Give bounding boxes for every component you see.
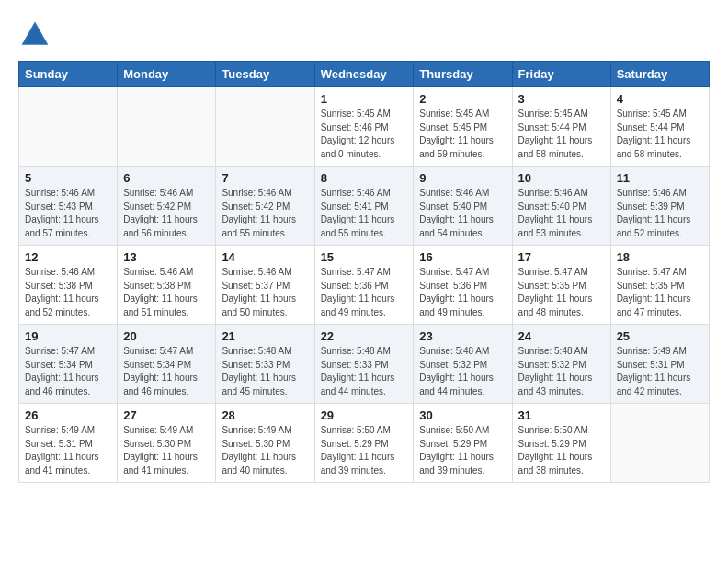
calendar-cell: 22Sunrise: 5:48 AM Sunset: 5:33 PM Dayli… — [314, 325, 414, 404]
calendar-cell: 14Sunrise: 5:46 AM Sunset: 5:37 PM Dayli… — [216, 246, 314, 325]
day-info: Sunrise: 5:45 AM Sunset: 5:44 PM Dayligh… — [518, 108, 605, 161]
calendar-cell: 5Sunrise: 5:46 AM Sunset: 5:43 PM Daylig… — [19, 167, 118, 246]
day-info: Sunrise: 5:49 AM Sunset: 5:30 PM Dayligh… — [123, 424, 210, 477]
calendar-cell: 19Sunrise: 5:47 AM Sunset: 5:34 PM Dayli… — [19, 325, 118, 404]
day-info: Sunrise: 5:47 AM Sunset: 5:35 PM Dayligh… — [518, 266, 605, 319]
day-info: Sunrise: 5:47 AM Sunset: 5:36 PM Dayligh… — [419, 266, 506, 319]
calendar-cell: 23Sunrise: 5:48 AM Sunset: 5:32 PM Dayli… — [414, 325, 512, 404]
header-thursday: Thursday — [414, 62, 512, 87]
calendar-cell: 8Sunrise: 5:46 AM Sunset: 5:41 PM Daylig… — [314, 167, 414, 246]
day-number: 11 — [617, 171, 703, 185]
day-info: Sunrise: 5:48 AM Sunset: 5:32 PM Dayligh… — [419, 345, 506, 398]
day-info: Sunrise: 5:45 AM Sunset: 5:46 PM Dayligh… — [321, 108, 408, 161]
logo-icon — [18, 18, 51, 52]
day-number: 4 — [617, 92, 703, 106]
day-number: 1 — [321, 92, 408, 106]
calendar-cell: 12Sunrise: 5:46 AM Sunset: 5:38 PM Dayli… — [19, 246, 118, 325]
calendar-week-row: 12Sunrise: 5:46 AM Sunset: 5:38 PM Dayli… — [19, 246, 710, 325]
day-number: 8 — [321, 171, 408, 185]
day-info: Sunrise: 5:45 AM Sunset: 5:45 PM Dayligh… — [419, 108, 506, 161]
day-number: 28 — [222, 408, 308, 422]
day-info: Sunrise: 5:49 AM Sunset: 5:31 PM Dayligh… — [25, 424, 111, 477]
calendar-header-row: SundayMondayTuesdayWednesdayThursdayFrid… — [19, 62, 710, 87]
day-number: 20 — [123, 329, 210, 343]
day-number: 25 — [617, 329, 703, 343]
day-info: Sunrise: 5:46 AM Sunset: 5:40 PM Dayligh… — [518, 187, 605, 240]
calendar-cell — [19, 87, 118, 167]
header-tuesday: Tuesday — [216, 62, 314, 87]
day-number: 21 — [222, 329, 308, 343]
calendar-cell: 1Sunrise: 5:45 AM Sunset: 5:46 PM Daylig… — [314, 87, 414, 167]
calendar-cell: 13Sunrise: 5:46 AM Sunset: 5:38 PM Dayli… — [118, 246, 216, 325]
day-number: 10 — [518, 171, 605, 185]
calendar-cell — [610, 404, 709, 483]
day-info: Sunrise: 5:47 AM Sunset: 5:34 PM Dayligh… — [25, 345, 111, 398]
day-number: 14 — [222, 250, 308, 264]
day-info: Sunrise: 5:46 AM Sunset: 5:37 PM Dayligh… — [222, 266, 308, 319]
header-saturday: Saturday — [610, 62, 709, 87]
day-info: Sunrise: 5:50 AM Sunset: 5:29 PM Dayligh… — [518, 424, 605, 477]
day-number: 6 — [123, 171, 210, 185]
day-info: Sunrise: 5:48 AM Sunset: 5:32 PM Dayligh… — [518, 345, 605, 398]
calendar-cell: 25Sunrise: 5:49 AM Sunset: 5:31 PM Dayli… — [610, 325, 709, 404]
calendar-cell: 4Sunrise: 5:45 AM Sunset: 5:44 PM Daylig… — [610, 87, 709, 167]
day-number: 12 — [25, 250, 111, 264]
day-info: Sunrise: 5:46 AM Sunset: 5:40 PM Dayligh… — [419, 187, 506, 240]
day-info: Sunrise: 5:47 AM Sunset: 5:35 PM Dayligh… — [617, 266, 703, 319]
day-number: 13 — [123, 250, 210, 264]
day-info: Sunrise: 5:45 AM Sunset: 5:44 PM Dayligh… — [617, 108, 703, 161]
calendar-cell: 21Sunrise: 5:48 AM Sunset: 5:33 PM Dayli… — [216, 325, 314, 404]
calendar-cell: 7Sunrise: 5:46 AM Sunset: 5:42 PM Daylig… — [216, 167, 314, 246]
calendar-cell: 11Sunrise: 5:46 AM Sunset: 5:39 PM Dayli… — [610, 167, 709, 246]
day-number: 2 — [419, 92, 506, 106]
day-number: 27 — [123, 408, 210, 422]
day-info: Sunrise: 5:46 AM Sunset: 5:38 PM Dayligh… — [25, 266, 111, 319]
day-info: Sunrise: 5:49 AM Sunset: 5:31 PM Dayligh… — [617, 345, 703, 398]
day-number: 16 — [419, 250, 506, 264]
calendar-cell: 20Sunrise: 5:47 AM Sunset: 5:34 PM Dayli… — [118, 325, 216, 404]
page-header — [18, 18, 710, 52]
day-info: Sunrise: 5:46 AM Sunset: 5:41 PM Dayligh… — [321, 187, 408, 240]
calendar-week-row: 5Sunrise: 5:46 AM Sunset: 5:43 PM Daylig… — [19, 167, 710, 246]
calendar-cell: 24Sunrise: 5:48 AM Sunset: 5:32 PM Dayli… — [512, 325, 610, 404]
calendar-week-row: 1Sunrise: 5:45 AM Sunset: 5:46 PM Daylig… — [19, 87, 710, 167]
day-info: Sunrise: 5:46 AM Sunset: 5:43 PM Dayligh… — [25, 187, 111, 240]
calendar-cell: 29Sunrise: 5:50 AM Sunset: 5:29 PM Dayli… — [314, 404, 414, 483]
calendar-cell — [216, 87, 314, 167]
calendar-cell: 10Sunrise: 5:46 AM Sunset: 5:40 PM Dayli… — [512, 167, 610, 246]
calendar-cell: 16Sunrise: 5:47 AM Sunset: 5:36 PM Dayli… — [414, 246, 512, 325]
calendar-cell: 15Sunrise: 5:47 AM Sunset: 5:36 PM Dayli… — [314, 246, 414, 325]
calendar-week-row: 19Sunrise: 5:47 AM Sunset: 5:34 PM Dayli… — [19, 325, 710, 404]
day-number: 22 — [321, 329, 408, 343]
calendar-cell: 27Sunrise: 5:49 AM Sunset: 5:30 PM Dayli… — [118, 404, 216, 483]
calendar-cell — [118, 87, 216, 167]
calendar-cell: 3Sunrise: 5:45 AM Sunset: 5:44 PM Daylig… — [512, 87, 610, 167]
day-number: 9 — [419, 171, 506, 185]
calendar-cell: 2Sunrise: 5:45 AM Sunset: 5:45 PM Daylig… — [414, 87, 512, 167]
day-info: Sunrise: 5:50 AM Sunset: 5:29 PM Dayligh… — [419, 424, 506, 477]
day-number: 23 — [419, 329, 506, 343]
calendar-week-row: 26Sunrise: 5:49 AM Sunset: 5:31 PM Dayli… — [19, 404, 710, 483]
day-number: 26 — [25, 408, 111, 422]
header-sunday: Sunday — [19, 62, 118, 87]
day-info: Sunrise: 5:48 AM Sunset: 5:33 PM Dayligh… — [222, 345, 308, 398]
day-info: Sunrise: 5:50 AM Sunset: 5:29 PM Dayligh… — [321, 424, 408, 477]
day-info: Sunrise: 5:47 AM Sunset: 5:34 PM Dayligh… — [123, 345, 210, 398]
day-number: 29 — [321, 408, 408, 422]
day-number: 5 — [25, 171, 111, 185]
calendar-cell: 31Sunrise: 5:50 AM Sunset: 5:29 PM Dayli… — [512, 404, 610, 483]
calendar-cell: 28Sunrise: 5:49 AM Sunset: 5:30 PM Dayli… — [216, 404, 314, 483]
day-number: 17 — [518, 250, 605, 264]
day-number: 15 — [321, 250, 408, 264]
header-friday: Friday — [512, 62, 610, 87]
day-info: Sunrise: 5:46 AM Sunset: 5:42 PM Dayligh… — [222, 187, 308, 240]
day-number: 31 — [518, 408, 605, 422]
day-info: Sunrise: 5:48 AM Sunset: 5:33 PM Dayligh… — [321, 345, 408, 398]
header-wednesday: Wednesday — [314, 62, 414, 87]
calendar-table: SundayMondayTuesdayWednesdayThursdayFrid… — [18, 61, 710, 483]
day-number: 30 — [419, 408, 506, 422]
day-info: Sunrise: 5:46 AM Sunset: 5:38 PM Dayligh… — [123, 266, 210, 319]
calendar-cell: 18Sunrise: 5:47 AM Sunset: 5:35 PM Dayli… — [610, 246, 709, 325]
day-info: Sunrise: 5:47 AM Sunset: 5:36 PM Dayligh… — [321, 266, 408, 319]
day-info: Sunrise: 5:49 AM Sunset: 5:30 PM Dayligh… — [222, 424, 308, 477]
